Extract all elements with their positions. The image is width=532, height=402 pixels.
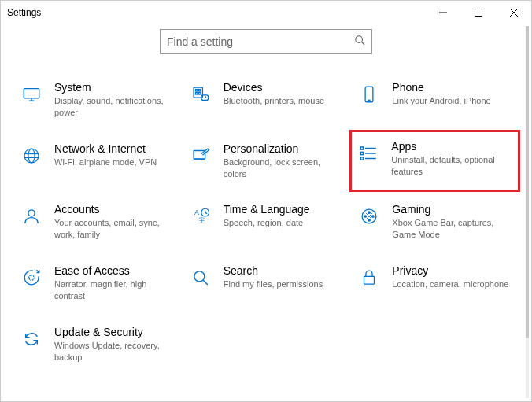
window-title: Settings <box>7 7 425 18</box>
ease-icon <box>20 266 43 290</box>
tile-desc: Bluetooth, printers, mouse <box>224 95 324 107</box>
search-box[interactable] <box>160 29 372 54</box>
svg-rect-44 <box>364 276 375 284</box>
tile-search-cat[interactable]: Search Find my files, permissions <box>186 261 347 305</box>
tile-title: Devices <box>224 81 324 94</box>
tile-desc: Display, sound, notifications, power <box>54 95 172 119</box>
tile-ease[interactable]: Ease of Access Narrator, magnifier, high… <box>17 261 178 305</box>
svg-rect-6 <box>24 89 39 98</box>
tile-desc: Location, camera, microphone <box>392 278 508 290</box>
tile-network[interactable]: Network & Internet Wi-Fi, airplane mode,… <box>17 139 178 183</box>
svg-point-37 <box>368 212 370 213</box>
content-area: System Display, sound, notifications, po… <box>1 24 531 366</box>
tile-text: Phone Link your Android, iPhone <box>392 81 490 107</box>
maximize-button[interactable] <box>460 1 496 24</box>
svg-point-38 <box>368 219 370 221</box>
tile-desc: Link your Android, iPhone <box>392 95 490 107</box>
gaming-icon <box>357 205 381 228</box>
svg-point-19 <box>28 149 35 163</box>
time-icon: A字 <box>189 205 212 228</box>
tile-privacy[interactable]: Privacy Location, camera, microphone <box>354 261 515 305</box>
svg-point-18 <box>24 149 39 163</box>
svg-rect-1 <box>475 9 482 17</box>
titlebar: Settings <box>1 1 531 24</box>
tile-title: Gaming <box>392 203 510 216</box>
tile-personalization[interactable]: Personalization Background, lock screen,… <box>186 139 347 183</box>
svg-rect-28 <box>361 157 364 160</box>
svg-line-35 <box>205 213 206 215</box>
tile-title: System <box>54 81 172 94</box>
tile-text: Devices Bluetooth, printers, mouse <box>224 81 324 107</box>
tile-title: Accounts <box>54 203 172 216</box>
svg-line-5 <box>362 42 365 46</box>
phone-icon <box>357 83 381 106</box>
svg-point-39 <box>364 216 366 217</box>
tile-desc: Wi-Fi, airplane mode, VPN <box>54 157 157 168</box>
tile-text: Privacy Location, camera, microphone <box>392 264 508 290</box>
tile-title: Update & Security <box>54 326 172 338</box>
minimize-button[interactable] <box>425 1 460 24</box>
tile-text: System Display, sound, notifications, po… <box>54 81 172 119</box>
svg-point-30 <box>28 210 35 216</box>
update-icon <box>20 327 43 351</box>
tile-text: Time & Language Speech, region, date <box>224 203 310 229</box>
search-wrap <box>17 29 515 54</box>
tile-gaming[interactable]: Gaming Xbox Game Bar, captures, Game Mod… <box>354 200 515 244</box>
categories-grid: System Display, sound, notifications, po… <box>17 78 515 366</box>
tile-desc: Narrator, magnifier, high contrast <box>54 278 172 302</box>
tile-text: Apps Uninstall, defaults, optional featu… <box>391 140 509 178</box>
tile-desc: Your accounts, email, sync, work, family <box>54 217 172 241</box>
tile-text: Network & Internet Wi-Fi, airplane mode,… <box>54 142 157 168</box>
tile-devices[interactable]: Devices Bluetooth, printers, mouse <box>186 78 347 122</box>
tile-desc: Find my files, permissions <box>224 278 323 290</box>
tile-title: Apps <box>391 140 509 153</box>
svg-text:A: A <box>194 209 199 217</box>
scroll-thumb[interactable] <box>526 26 529 338</box>
apps-icon <box>357 142 380 165</box>
tile-system[interactable]: System Display, sound, notifications, po… <box>17 78 178 122</box>
system-icon <box>20 83 43 106</box>
svg-point-4 <box>356 36 363 43</box>
svg-rect-11 <box>198 90 200 91</box>
svg-rect-26 <box>361 152 364 154</box>
tile-title: Time & Language <box>224 203 310 216</box>
search-input[interactable] <box>167 35 354 48</box>
tile-update[interactable]: Update & Security Windows Update, recove… <box>17 323 178 367</box>
tile-desc: Background, lock screen, colors <box>224 157 342 180</box>
tile-accounts[interactable]: Accounts Your accounts, email, sync, wor… <box>17 200 178 244</box>
svg-point-40 <box>372 216 374 217</box>
tile-title: Network & Internet <box>54 142 157 155</box>
tile-text: Search Find my files, permissions <box>224 264 323 290</box>
tile-text: Gaming Xbox Game Bar, captures, Game Mod… <box>392 203 510 241</box>
svg-rect-12 <box>195 93 197 94</box>
network-icon <box>20 144 43 168</box>
tile-title: Phone <box>392 81 490 94</box>
tile-desc: Uninstall, defaults, optional features <box>391 154 509 178</box>
tile-title: Personalization <box>224 142 342 155</box>
personalization-icon <box>189 144 212 168</box>
scrollbar[interactable] <box>526 26 529 398</box>
svg-rect-13 <box>198 93 200 94</box>
tile-desc: Speech, region, date <box>224 217 310 229</box>
tile-title: Privacy <box>392 264 508 277</box>
devices-icon <box>189 83 212 106</box>
svg-rect-10 <box>195 90 197 91</box>
svg-point-42 <box>194 271 205 282</box>
tile-text: Update & Security Windows Update, recove… <box>54 326 172 363</box>
accounts-icon <box>20 205 43 228</box>
tile-desc: Windows Update, recovery, backup <box>54 340 172 363</box>
search-icon <box>354 35 365 49</box>
tile-text: Ease of Access Narrator, magnifier, high… <box>54 264 172 302</box>
svg-line-43 <box>203 280 208 285</box>
svg-point-41 <box>29 275 35 281</box>
tile-time[interactable]: A字 Time & Language Speech, region, date <box>186 200 347 244</box>
tile-phone[interactable]: Phone Link your Android, iPhone <box>354 78 515 122</box>
tile-desc: Xbox Game Bar, captures, Game Mode <box>392 217 510 241</box>
tile-title: Ease of Access <box>54 264 172 277</box>
privacy-icon <box>357 266 381 290</box>
svg-text:字: 字 <box>198 217 204 224</box>
tile-apps[interactable]: Apps Uninstall, defaults, optional featu… <box>349 130 520 193</box>
search-cat-icon <box>189 266 212 290</box>
tile-title: Search <box>224 264 323 277</box>
close-button[interactable] <box>496 1 531 24</box>
